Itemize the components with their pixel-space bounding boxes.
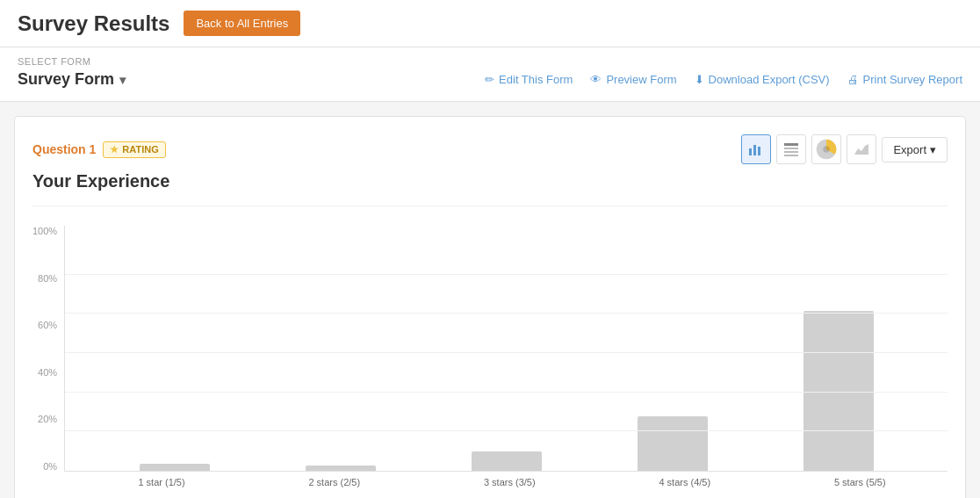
bar-chart-icon xyxy=(748,141,764,157)
print-icon: 🖨 xyxy=(847,73,859,86)
download-export-link[interactable]: ⬇ Download Export (CSV) xyxy=(695,73,830,86)
bar-1 xyxy=(140,464,210,471)
grid-line-40 xyxy=(65,392,948,393)
download-icon: ⬇ xyxy=(695,73,704,86)
star-icon: ★ xyxy=(110,144,119,155)
area-chart-icon xyxy=(854,141,869,157)
pie-chart-button[interactable] xyxy=(811,134,841,164)
question-meta: Question 1 ★ RATING xyxy=(32,141,166,158)
x-label-1: 1 star (1/5) xyxy=(138,477,184,487)
bar-2 xyxy=(306,466,376,471)
preview-form-link[interactable]: 👁 Preview Form xyxy=(590,73,676,86)
bar-group-2 xyxy=(306,466,376,471)
chart-inner xyxy=(64,226,948,472)
grid-line-100 xyxy=(65,274,948,275)
x-label-2: 2 stars (2/5) xyxy=(308,477,360,487)
x-label-5: 5 stars (5/5) xyxy=(834,477,886,487)
bar-group-1 xyxy=(140,464,210,471)
y-label-20: 20% xyxy=(38,414,57,424)
chart-area: 100% 80% 60% 40% 20% 0% xyxy=(32,217,948,496)
bar-group-3 xyxy=(472,451,542,471)
rating-badge: ★ RATING xyxy=(103,141,165,158)
area-chart-button[interactable] xyxy=(847,134,876,164)
question-header: Question 1 ★ RATING xyxy=(32,134,948,164)
eye-icon: 👁 xyxy=(590,73,602,86)
back-to-all-entries-button[interactable]: Back to All Entries xyxy=(184,11,300,36)
y-axis: 100% 80% 60% 40% 20% 0% xyxy=(32,226,64,472)
grid-line-80 xyxy=(65,313,948,314)
svg-point-8 xyxy=(824,146,831,153)
x-label-4: 4 stars (4/5) xyxy=(659,477,710,487)
chevron-down-icon: ▾ xyxy=(930,143,936,156)
question-title: Your Experience xyxy=(32,171,948,191)
top-header: Survey Results Back to All Entries xyxy=(0,0,980,47)
question-card: Question 1 ★ RATING xyxy=(14,116,966,498)
grid-line-60 xyxy=(65,352,948,353)
y-label-80: 80% xyxy=(38,273,57,284)
y-label-60: 60% xyxy=(38,320,57,330)
bar-group-4 xyxy=(638,416,708,471)
y-label-0: 0% xyxy=(43,461,57,472)
svg-rect-3 xyxy=(784,143,798,146)
divider xyxy=(32,206,948,206)
bars-container xyxy=(65,226,948,471)
table-chart-button[interactable] xyxy=(776,134,806,164)
svg-rect-5 xyxy=(784,151,798,153)
svg-marker-9 xyxy=(854,144,868,155)
pencil-icon: ✏ xyxy=(485,73,494,86)
form-name: Survey Form xyxy=(18,70,114,89)
svg-rect-4 xyxy=(784,148,798,149)
page-title: Survey Results xyxy=(18,11,169,36)
main-content: Question 1 ★ RATING xyxy=(0,102,980,498)
edit-form-link[interactable]: ✏ Edit This Form xyxy=(485,73,573,86)
chart-with-axis: 100% 80% 60% 40% 20% 0% xyxy=(32,226,948,472)
y-label-100: 100% xyxy=(32,226,57,236)
bar-chart-button[interactable] xyxy=(741,134,771,164)
chart-controls: Export ▾ xyxy=(741,134,948,164)
sub-header-row: Survey Form ▾ ✏ Edit This Form 👁 Preview… xyxy=(18,70,962,89)
form-selector[interactable]: Survey Form ▾ xyxy=(18,70,126,89)
bar-3 xyxy=(472,451,542,471)
header-left: Survey Results Back to All Entries xyxy=(18,11,300,36)
print-survey-link[interactable]: 🖨 Print Survey Report xyxy=(847,73,962,86)
svg-rect-0 xyxy=(749,148,752,155)
x-axis-labels: 1 star (1/5) 2 stars (2/5) 3 stars (3/5)… xyxy=(32,472,948,487)
question-number: Question 1 xyxy=(32,142,96,156)
y-label-40: 40% xyxy=(38,367,57,378)
svg-rect-6 xyxy=(784,155,798,156)
select-form-label: SELECT FORM xyxy=(18,56,962,67)
export-button[interactable]: Export ▾ xyxy=(882,137,948,162)
bar-4 xyxy=(638,416,708,471)
grid-line-20 xyxy=(65,430,948,431)
svg-rect-1 xyxy=(753,145,756,155)
table-icon xyxy=(783,141,799,157)
pie-chart-icon xyxy=(812,134,840,164)
svg-rect-2 xyxy=(758,147,760,155)
toolbar-links: ✏ Edit This Form 👁 Preview Form ⬇ Downlo… xyxy=(485,73,962,86)
sub-header: SELECT FORM Survey Form ▾ ✏ Edit This Fo… xyxy=(0,47,980,102)
chevron-down-icon: ▾ xyxy=(119,73,126,87)
x-label-3: 3 stars (3/5) xyxy=(484,477,536,487)
